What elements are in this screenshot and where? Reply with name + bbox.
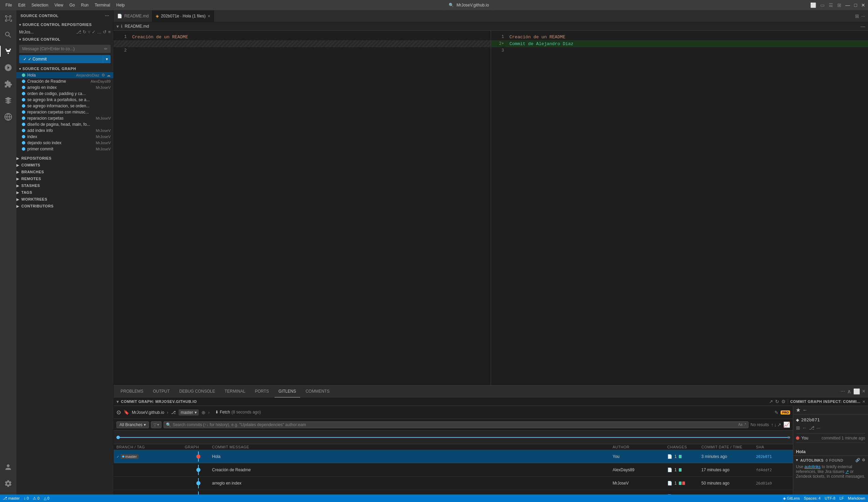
panel-close-icon[interactable]: × [862, 388, 865, 394]
inspect-action-more[interactable]: ··· [816, 425, 820, 431]
autolinks-header[interactable]: ▾ AUTOLINKS 0 found 🔗 ⚙ [796, 458, 865, 462]
section-contributors[interactable]: ▶ CONTRIBUTORS [17, 203, 113, 210]
tab-problems[interactable]: PROBLEMS [116, 385, 147, 398]
branch-selector[interactable]: master ▾ [178, 409, 199, 415]
inspect-action-back[interactable]: ← [802, 425, 807, 431]
extra-icon[interactable]: ≡ [108, 29, 111, 34]
graph-item-3[interactable]: orden de codigo, padding y ca... [17, 91, 113, 97]
graph-item-4[interactable]: se agrego link a portafolios, se a... [17, 97, 113, 103]
graph-item-11[interactable]: dejando solo index MrJoseV [17, 140, 113, 146]
commit-message-box[interactable]: ✏ [19, 45, 111, 53]
section-repositories-bottom[interactable]: ▶ REPOSITORIES [17, 155, 113, 162]
grid-icon[interactable]: ⊞ [837, 2, 841, 8]
sync-icon[interactable]: ↻ [83, 29, 86, 34]
close-tab-icon[interactable]: × [208, 13, 210, 19]
collapse-cg-icon[interactable]: ▾ [116, 399, 119, 404]
graph-item-5[interactable]: se agrego informacion, se orden... [17, 103, 113, 109]
timeline-scroll-icon[interactable]: ≡ [787, 435, 790, 440]
section-scg[interactable]: ▾ SOURCE CONTROL GRAPH [17, 65, 113, 72]
nav-up-icon[interactable]: ↑ [771, 422, 773, 428]
settings-autolinks-icon[interactable]: ⚙ [862, 458, 866, 462]
chart-line-icon[interactable]: 📈 [783, 421, 790, 428]
status-sync[interactable]: ↕ 0 [24, 496, 29, 500]
jira-link[interactable]: ↗ [846, 469, 849, 474]
more-tabs-icon[interactable]: ··· [861, 13, 865, 19]
graph-item-7[interactable]: reparacion carpetas MrJoseV [17, 115, 113, 121]
commit-dropdown-button[interactable]: ▾ [103, 55, 111, 63]
inspect-action-branch[interactable]: ⎇ [809, 425, 814, 431]
sync-icon2[interactable]: ⊕ [202, 410, 206, 415]
check-icon[interactable]: ✓ [92, 29, 96, 34]
status-gitlens[interactable]: ◈ GitLens [783, 496, 800, 501]
sidebar-overflow-icon[interactable]: ··· [105, 13, 109, 19]
section-worktrees[interactable]: ▶ WORKTREES [17, 196, 113, 203]
close-inspect-icon[interactable]: × [862, 399, 865, 404]
status-eol[interactable]: LF [839, 496, 844, 500]
section-branches[interactable]: ▶ BRANCHES [17, 169, 113, 175]
cloud-icon[interactable]: ☁ [106, 73, 111, 78]
nav-external-icon[interactable]: ↗ [777, 422, 781, 428]
activity-remote-explorer[interactable] [0, 109, 17, 125]
filter-button[interactable]: ▽ ▾ [151, 421, 162, 428]
refresh-icon[interactable]: ↺ [103, 29, 106, 34]
branch-icon[interactable]: ⎇ [76, 29, 81, 34]
pen-icon[interactable]: ✎ [774, 410, 778, 415]
inspect-action-grid[interactable]: ⊞ [796, 425, 800, 431]
layout-icon[interactable]: ⬜ [810, 2, 816, 8]
minimize-diff-icon[interactable]: — [860, 23, 865, 29]
activity-source-control[interactable] [0, 43, 17, 59]
menu-run[interactable]: Run [78, 0, 91, 10]
activity-debug[interactable] [0, 59, 17, 76]
refresh-cg-icon[interactable]: ↻ [775, 399, 779, 404]
status-errors[interactable]: ⚠ 0 [33, 496, 39, 501]
menu-help[interactable]: Help [114, 0, 128, 10]
menu-terminal[interactable]: Terminal [92, 0, 113, 10]
case-sensitive-icon[interactable]: Aa [738, 423, 742, 426]
menu-edit[interactable]: Edit [16, 0, 28, 10]
search-commits-box[interactable]: 🔍 Aa .* [164, 421, 748, 428]
collapse-diff-icon[interactable]: ▾ [116, 23, 119, 29]
commit-row-2[interactable]: arreglo en index MrJoseV 📄 1 [114, 477, 793, 490]
tab-commit[interactable]: ◈ 202b071e · Hola (1 files) × [152, 10, 214, 22]
activity-account[interactable] [0, 459, 17, 475]
activity-explorer[interactable] [0, 10, 17, 27]
fork-icon[interactable]: ⑂ [88, 29, 91, 34]
all-branches-dropdown[interactable]: All Branches ▾ [116, 421, 149, 428]
panel-maximize-icon[interactable]: ⬜ [853, 388, 860, 395]
section-tags[interactable]: ▶ TAGS [17, 189, 113, 196]
activity-settings[interactable] [0, 475, 17, 492]
panel-up-icon[interactable]: ∧ [847, 388, 851, 395]
commit-message-input[interactable] [22, 47, 104, 51]
commit-button[interactable]: ✓ ✓ Commit [19, 55, 103, 63]
section-repositories[interactable]: ▾ SOURCE CONTROL REPOSITORIES [17, 21, 113, 28]
tab-gitlens[interactable]: GITLENS [275, 385, 300, 398]
split-editor-icon[interactable]: ⊞ [855, 13, 859, 19]
panel-overflow-icon[interactable]: ··· [840, 388, 845, 394]
section-stashes[interactable]: ▶ STASHES [17, 182, 113, 189]
status-spaces[interactable]: Spaces: 4 [804, 496, 820, 500]
window-close[interactable]: ✕ [861, 2, 865, 8]
tab-terminal[interactable]: TERMINAL [220, 385, 250, 398]
graph-item-0[interactable]: Hola AlejandroDiaz ⚙ ☁ [17, 72, 113, 78]
graph-item-10[interactable]: index MrJoseV [17, 134, 113, 140]
graph-item-12[interactable]: primer commit MrJoseV [17, 146, 113, 152]
status-warnings[interactable]: △ 0 [44, 496, 50, 501]
window-minimize[interactable]: — [846, 2, 850, 8]
tab-readme[interactable]: 📄 README.md [114, 10, 152, 22]
regex-icon[interactable]: .* [744, 423, 746, 426]
status-branch[interactable]: ⎇ master [3, 496, 20, 501]
menu-selection[interactable]: Selection [29, 0, 51, 10]
status-language[interactable]: Markdown [848, 496, 865, 500]
external-link-icon[interactable]: ↗ [769, 399, 773, 404]
inspect-icon-arrow[interactable]: ← [803, 407, 808, 413]
activity-search[interactable] [0, 27, 17, 43]
activity-extensions[interactable] [0, 76, 17, 92]
window-maximize[interactable]: □ [854, 2, 857, 8]
graph-item-1[interactable]: Creación de Readme AlexDays89 [17, 78, 113, 84]
menu-view[interactable]: View [52, 0, 66, 10]
edit-icon[interactable]: ✏ [104, 47, 107, 51]
section-remotes[interactable]: ▶ REMOTES [17, 175, 113, 182]
tab-debug-console[interactable]: DEBUG CONSOLE [175, 385, 219, 398]
commit-row-1[interactable]: Creación de Readme AlexDays89 📄 1 [114, 463, 793, 477]
status-encoding[interactable]: UTF-8 [825, 496, 835, 500]
